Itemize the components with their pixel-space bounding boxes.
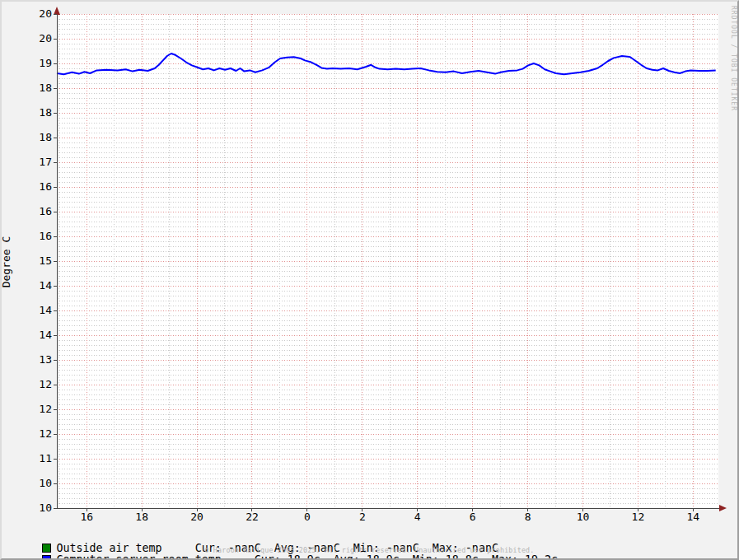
y-tick-label: 15 [39,254,52,267]
y-tick-label: 12 [39,378,52,390]
y-tick-label: 11 [39,452,52,464]
legend-row-outside-air: Outside air temp Cur: -nanC Avg: -nanC M… [10,524,498,534]
x-tick-label: 8 [525,511,531,523]
y-tick-label: 20 [39,32,52,44]
x-tick-label: 4 [414,511,421,523]
x-tick-label: 0 [304,511,311,523]
y-tick-label: 14 [39,329,52,341]
y-tick-label: 16 [39,180,52,193]
y-tick-label: 12 [39,427,52,440]
y-tick-label: 18 [39,106,52,119]
legend-swatch-server-room [42,555,51,560]
rrdtool-watermark: RRDTOOL / TOBI OETIKER [729,0,737,306]
y-tick-label: 19 [39,57,52,69]
x-tick-label: 14 [686,511,699,523]
rrdtool-graph: 2020191818181716161615141414131212121110… [0,0,739,560]
x-tick-label: 2 [359,511,366,523]
x-tick-label: 20 [190,511,203,523]
y-tick-label: 17 [39,156,52,168]
x-tick-label: 18 [135,511,148,523]
y-tick-label: 18 [39,131,52,143]
y-tick-label: 10 [39,502,52,514]
x-tick-label: 10 [577,511,590,523]
y-tick-label: 12 [39,403,52,415]
x-axis-arrow [719,505,727,511]
y-tick-label: 14 [39,279,52,292]
legend-text-server-room: Computer server room temp Cur: 18.9c Avg… [57,553,558,560]
y-tick-label: 10 [39,477,52,489]
x-tick-label: 12 [632,511,645,523]
y-tick-label: 20 [39,7,52,20]
temperature-chart: 2020191818181716161615141414131212121110… [2,2,739,560]
y-tick-label: 16 [39,205,52,217]
x-tick-label: 16 [80,511,93,523]
y-tick-label: 18 [39,82,52,94]
y-tick-label: 14 [39,304,52,316]
y-tick-label: 13 [39,353,52,366]
legend-row-server-room: Computer server room temp Cur: 18.9c Avg… [10,535,558,545]
y-tick-label: 16 [39,230,52,242]
x-tick-label: 22 [246,511,259,523]
x-tick-label: 6 [470,511,476,523]
copyright-notice: © Haroon Rafique 2003-2025. All rights r… [2,546,737,554]
